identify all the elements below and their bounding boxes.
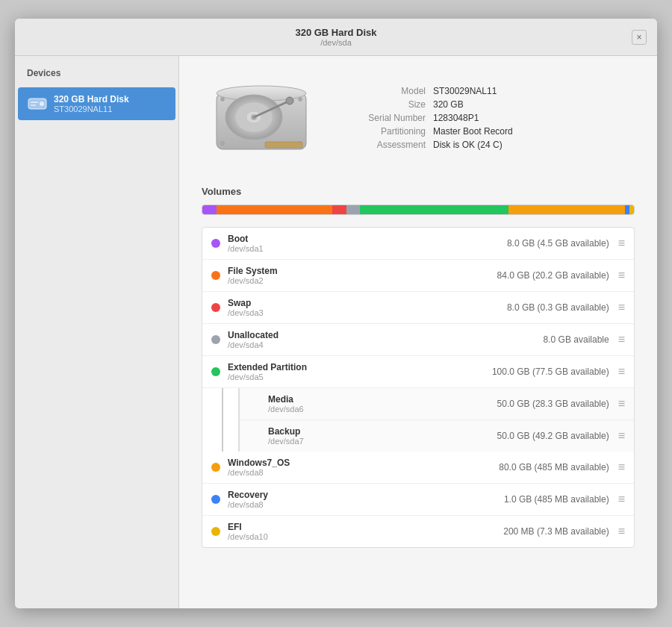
sidebar-item-name: 320 GB Hard Disk [54, 94, 129, 104]
volume-dev: /dev/sda4 [228, 340, 544, 349]
volume-size: 1.0 GB (485 MB available) [504, 494, 609, 505]
partition-segment [332, 205, 346, 214]
partitioning-label: Partitioning [343, 126, 426, 137]
volume-row[interactable]: Unallocated/dev/sda48.0 GB available≡ [202, 324, 634, 356]
volume-menu-icon[interactable]: ≡ [618, 493, 625, 506]
svg-point-14 [221, 142, 225, 146]
volume-row[interactable]: Media/dev/sda650.0 GB (28.3 GB available… [238, 388, 634, 420]
volume-menu-icon[interactable]: ≡ [618, 269, 625, 282]
assessment-value: Disk is OK (24 C) [433, 140, 503, 150]
model-value: ST30029NAL11 [433, 86, 497, 96]
volume-color-dot [211, 335, 220, 344]
titlebar: 320 GB Hard Disk /dev/sda × [15, 19, 657, 56]
sidebar-header: Devices [15, 62, 178, 87]
volume-name: Extended Partition [228, 362, 492, 372]
volume-name: EFI [228, 522, 503, 532]
volume-name-area: Windows7_OS/dev/sda8 [228, 458, 499, 477]
partitioning-row: Partitioning Master Boot Record [343, 126, 635, 137]
volume-menu-icon[interactable]: ≡ [618, 429, 625, 443]
sidebar: Devices 320 GB Hard Disk ST30029NAL11 [15, 56, 179, 608]
volume-size: 8.0 GB available [544, 334, 609, 345]
volume-row[interactable]: EFI/dev/sda10200 MB (7.3 MB available)≡ [202, 516, 634, 547]
volume-color-dot [211, 495, 220, 504]
size-row: Size 320 GB [343, 99, 635, 110]
disk-image-container [202, 71, 321, 168]
volume-menu-icon[interactable]: ≡ [618, 461, 625, 474]
volume-row[interactable]: Boot/dev/sda18.0 GB (4.5 GB available)≡ [202, 228, 634, 260]
volume-name-area: Backup/dev/sda7 [268, 426, 497, 446]
svg-point-12 [221, 98, 225, 102]
partition-segment [346, 205, 361, 214]
volume-size: 80.0 GB (485 MB available) [499, 462, 609, 472]
volume-name-area: Unallocated/dev/sda4 [228, 330, 544, 349]
volume-size: 200 MB (7.3 MB available) [503, 526, 609, 537]
disk-icon [27, 93, 48, 114]
volume-menu-icon[interactable]: ≡ [618, 397, 625, 411]
size-label: Size [343, 99, 426, 110]
partition-bar [202, 205, 635, 215]
svg-rect-16 [265, 142, 302, 148]
volume-menu-icon[interactable]: ≡ [618, 301, 625, 314]
model-row: Model ST30029NAL11 [343, 86, 635, 96]
volume-name-area: EFI/dev/sda10 [228, 522, 503, 541]
volume-row[interactable]: Swap/dev/sda38.0 GB (0.3 GB available)≡ [202, 292, 634, 324]
volume-name-area: Swap/dev/sda3 [228, 298, 507, 317]
volume-name-area: Boot/dev/sda1 [228, 234, 507, 253]
volume-color-dot [211, 271, 220, 280]
indent-wrapper: Media/dev/sda650.0 GB (28.3 GB available… [222, 388, 634, 452]
volume-menu-icon[interactable]: ≡ [618, 237, 625, 250]
volume-dev: /dev/sda8 [228, 500, 504, 509]
volume-color-dot [211, 239, 220, 248]
assessment-row: Assessment Disk is OK (24 C) [343, 140, 635, 150]
volume-size: 84.0 GB (20.2 GB available) [497, 270, 609, 281]
partition-segment [217, 205, 332, 214]
volume-row[interactable]: Windows7_OS/dev/sda880.0 GB (485 MB avai… [202, 452, 634, 484]
main-panel: Model ST30029NAL11 Size 320 GB Serial Nu… [179, 56, 657, 608]
volume-color-dot [211, 527, 220, 536]
volume-dev: /dev/sda7 [268, 437, 497, 446]
volume-name: Recovery [228, 490, 504, 500]
svg-point-11 [286, 97, 293, 104]
volume-row[interactable]: Backup/dev/sda750.0 GB (49.2 GB availabl… [238, 420, 634, 452]
svg-rect-3 [31, 104, 36, 106]
volume-row[interactable]: Recovery/dev/sda81.0 GB (485 MB availabl… [202, 484, 634, 516]
volume-dev: /dev/sda2 [228, 276, 497, 285]
volume-name: Unallocated [228, 330, 544, 340]
volumes-title: Volumes [202, 186, 635, 197]
partition-segment [629, 205, 634, 214]
size-value: 320 GB [433, 99, 464, 110]
volume-row[interactable]: File System/dev/sda284.0 GB (20.2 GB ava… [202, 260, 634, 292]
volume-row[interactable]: Extended Partition/dev/sda5100.0 GB (77.… [202, 356, 634, 388]
volume-name: Swap [228, 298, 507, 308]
partitioning-value: Master Boot Record [433, 126, 513, 137]
volumes-section: Volumes Boot/dev/sda18.0 GB (4.5 GB avai… [202, 186, 635, 548]
partition-segment [508, 205, 624, 214]
volume-dev: /dev/sda6 [268, 405, 497, 414]
volume-name: Media [268, 394, 497, 405]
volume-size: 100.0 GB (77.5 GB available) [492, 366, 609, 377]
volumes-list: Boot/dev/sda18.0 GB (4.5 GB available)≡F… [202, 227, 635, 548]
assessment-label: Assessment [343, 140, 426, 150]
volume-menu-icon[interactable]: ≡ [618, 333, 625, 346]
svg-point-1 [40, 102, 44, 106]
volume-name: File System [228, 266, 497, 276]
svg-rect-2 [31, 102, 38, 103]
volume-color-dot [211, 303, 220, 312]
main-window: 320 GB Hard Disk /dev/sda × Devices [15, 19, 657, 608]
sidebar-item-sub: ST30029NAL11 [54, 104, 129, 113]
volume-name-area: Extended Partition/dev/sda5 [228, 362, 492, 381]
volume-size: 8.0 GB (0.3 GB available) [507, 302, 609, 313]
close-button[interactable]: × [632, 30, 647, 45]
model-label: Model [343, 86, 426, 96]
volume-dev: /dev/sda8 [228, 468, 499, 477]
volume-name: Boot [228, 234, 507, 244]
volume-menu-icon[interactable]: ≡ [618, 365, 625, 378]
serial-value: 1283048P1 [433, 113, 479, 123]
titlebar-text: 320 GB Hard Disk /dev/sda [295, 27, 376, 47]
sidebar-item-disk[interactable]: 320 GB Hard Disk ST30029NAL11 [18, 87, 175, 120]
window-title: 320 GB Hard Disk [295, 27, 376, 38]
volume-name-area: Recovery/dev/sda8 [228, 490, 504, 509]
volume-name: Backup [268, 426, 497, 437]
volume-size: 50.0 GB (49.2 GB available) [497, 431, 609, 441]
volume-menu-icon[interactable]: ≡ [618, 525, 625, 538]
